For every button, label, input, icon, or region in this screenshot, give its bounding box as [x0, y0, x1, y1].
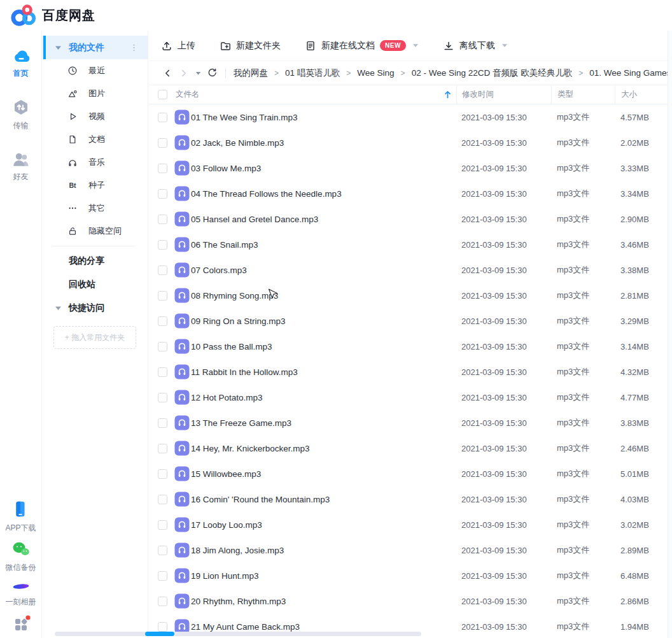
- back-button[interactable]: [159, 68, 176, 78]
- file-name[interactable]: 12 Hot Potato.mp3: [191, 393, 456, 402]
- row-checkbox[interactable]: [158, 164, 167, 173]
- sidebar-item-recycle-bin[interactable]: 回收站: [42, 273, 148, 296]
- column-header-modified[interactable]: 修改时间: [456, 85, 551, 104]
- row-checkbox[interactable]: [158, 495, 167, 504]
- file-name[interactable]: 19 Lion Hunt.mp3: [191, 571, 456, 581]
- sort-ascending-icon[interactable]: [444, 90, 451, 99]
- column-header-size[interactable]: 大小: [615, 85, 672, 104]
- column-header-type[interactable]: 类型: [551, 85, 615, 104]
- file-name[interactable]: 17 Looby Loo.mp3: [191, 520, 456, 530]
- sidebar-item-documents[interactable]: 文档: [42, 128, 148, 151]
- breadcrumb-item[interactable]: Wee Sing: [357, 68, 394, 78]
- horizontal-scrollbar-track[interactable]: [55, 632, 421, 636]
- file-name[interactable]: 03 Follow Me.mp3: [191, 164, 456, 173]
- vertical-scrollbar-track[interactable]: [668, 31, 672, 638]
- table-row[interactable]: 16 Comin' 'Round the Mountain.mp3 2021-0…: [149, 486, 672, 512]
- table-row[interactable]: 03 Follow Me.mp3 2021-03-09 15:30 mp3文件 …: [149, 155, 672, 181]
- more-options-icon[interactable]: ⋮: [130, 43, 139, 52]
- table-row[interactable]: 04 The Thread Follows the Needle.mp3 202…: [149, 181, 672, 206]
- file-name[interactable]: 07 Colors.mp3: [191, 266, 456, 275]
- row-checkbox[interactable]: [158, 316, 167, 326]
- file-name[interactable]: 04 The Thread Follows the Needle.mp3: [191, 189, 456, 199]
- sidebar-item-videos[interactable]: 视频: [42, 105, 148, 128]
- row-checkbox[interactable]: [158, 546, 167, 555]
- table-row[interactable]: 17 Looby Loo.mp3 2021-03-09 15:30 mp3文件 …: [149, 512, 672, 537]
- table-row[interactable]: 12 Hot Potato.mp3 2021-03-09 15:30 mp3文件…: [149, 385, 672, 410]
- forward-button[interactable]: [176, 68, 192, 78]
- column-header-filename[interactable]: 文件名: [176, 89, 200, 100]
- row-checkbox[interactable]: [158, 113, 167, 122]
- table-row[interactable]: 09 Ring On a String.mp3 2021-03-09 15:30…: [149, 308, 672, 334]
- sidebar-item-quick-access[interactable]: 快捷访问: [42, 296, 148, 320]
- row-checkbox[interactable]: [158, 418, 167, 428]
- chevron-down-icon[interactable]: [501, 43, 508, 48]
- rail-item-wechat-backup[interactable]: 微信备份: [6, 540, 36, 573]
- table-row[interactable]: 02 Jack, Be Nimble.mp3 2021-03-09 15:30 …: [149, 130, 672, 155]
- table-row[interactable]: 05 Hansel and Gretel Dance.mp3 2021-03-0…: [149, 206, 672, 232]
- rail-item-more[interactable]: 更多: [11, 614, 31, 638]
- new-folder-button[interactable]: 新建文件夹: [220, 40, 281, 52]
- row-checkbox[interactable]: [158, 266, 167, 275]
- rail-item-home[interactable]: 首页: [10, 46, 32, 79]
- table-row[interactable]: 19 Lion Hunt.mp3 2021-03-09 15:30 mp3文件 …: [149, 563, 672, 588]
- sidebar-item-others[interactable]: 其它: [42, 197, 148, 220]
- history-caret-icon[interactable]: [192, 71, 204, 75]
- row-checkbox[interactable]: [158, 367, 167, 377]
- table-row[interactable]: 15 Willowbee.mp3 2021-03-09 15:30 mp3文件 …: [149, 461, 672, 486]
- sidebar-item-my-share[interactable]: 我的分享: [42, 249, 148, 273]
- row-checkbox[interactable]: [158, 240, 167, 250]
- refresh-button[interactable]: [204, 67, 220, 78]
- table-row[interactable]: 18 Jim Along, Josie.mp3 2021-03-09 15:30…: [149, 537, 672, 563]
- table-row[interactable]: 11 Rabbit In the Hollow.mp3 2021-03-09 1…: [149, 359, 672, 385]
- baidu-netdisk-logo[interactable]: 百度网盘: [10, 3, 95, 28]
- file-name[interactable]: 11 Rabbit In the Hollow.mp3: [191, 367, 456, 377]
- file-name[interactable]: 15 Willowbee.mp3: [191, 469, 456, 479]
- sidebar-item-my-files[interactable]: 我的文件 ⋮: [42, 36, 148, 59]
- caret-down-icon[interactable]: [55, 306, 64, 311]
- row-checkbox[interactable]: [158, 622, 167, 632]
- row-checkbox[interactable]: [158, 444, 167, 453]
- file-name[interactable]: 13 The Freeze Game.mp3: [191, 418, 456, 428]
- sidebar-item-recent[interactable]: 最近: [42, 59, 148, 82]
- row-checkbox[interactable]: [158, 342, 167, 351]
- file-name[interactable]: 18 Jim Along, Josie.mp3: [191, 546, 456, 555]
- file-name[interactable]: 06 The Snail.mp3: [191, 240, 456, 250]
- rail-item-app-download[interactable]: APP下载: [5, 499, 36, 534]
- rail-item-friends[interactable]: 好友: [11, 150, 31, 182]
- file-name[interactable]: 21 My Aunt Came Back.mp3: [191, 622, 456, 632]
- table-row[interactable]: 08 Rhyming Song.mp3 2021-03-09 15:30 mp3…: [149, 283, 672, 308]
- table-row[interactable]: 10 Pass the Ball.mp3 2021-03-09 15:30 mp…: [149, 334, 672, 359]
- row-checkbox[interactable]: [158, 597, 167, 606]
- file-name[interactable]: 16 Comin' 'Round the Mountain.mp3: [191, 495, 456, 504]
- caret-down-icon[interactable]: [55, 45, 64, 50]
- row-checkbox[interactable]: [158, 189, 167, 199]
- row-checkbox[interactable]: [158, 291, 167, 301]
- rail-item-photo-album[interactable]: 一刻相册: [6, 579, 36, 607]
- upload-button[interactable]: 上传: [161, 40, 195, 52]
- file-name[interactable]: 20 Rhythm, Rhythm.mp3: [191, 597, 456, 606]
- offline-download-button[interactable]: 离线下载: [443, 40, 508, 52]
- table-row[interactable]: 13 The Freeze Game.mp3 2021-03-09 15:30 …: [149, 410, 672, 436]
- breadcrumb-item[interactable]: 02 - Wee Sing 22CD 音频版 欧美经典儿歌: [412, 67, 573, 79]
- sidebar-item-music[interactable]: 音乐: [42, 151, 148, 174]
- row-checkbox[interactable]: [158, 215, 167, 224]
- new-online-doc-button[interactable]: 新建在线文档 NEW: [305, 40, 419, 52]
- row-checkbox[interactable]: [158, 571, 167, 581]
- select-all-checkbox[interactable]: [158, 90, 167, 99]
- file-name[interactable]: 10 Pass the Ball.mp3: [191, 342, 456, 351]
- drop-zone-favorite-folders[interactable]: + 拖入常用文件夹: [53, 326, 136, 349]
- row-checkbox[interactable]: [158, 393, 167, 402]
- sidebar-item-images[interactable]: 图片: [42, 82, 148, 105]
- chevron-down-icon[interactable]: [412, 43, 419, 48]
- row-checkbox[interactable]: [158, 138, 167, 148]
- table-row[interactable]: 14 Hey, Mr. Knickerbocker.mp3 2021-03-09…: [149, 436, 672, 461]
- sidebar-item-torrents[interactable]: Bt 种子: [42, 174, 148, 197]
- sidebar-item-hidden-space[interactable]: 隐藏空间: [42, 220, 148, 243]
- file-name[interactable]: 02 Jack, Be Nimble.mp3: [191, 138, 456, 148]
- breadcrumb-item[interactable]: 01 唱英语儿歌: [285, 67, 340, 79]
- table-row[interactable]: 07 Colors.mp3 2021-03-09 15:30 mp3文件 3.3…: [149, 257, 672, 283]
- table-row[interactable]: 06 The Snail.mp3 2021-03-09 15:30 mp3文件 …: [149, 232, 672, 257]
- breadcrumb-item[interactable]: 我的网盘: [234, 67, 268, 79]
- file-name[interactable]: 01 The Wee Sing Train.mp3: [191, 113, 456, 122]
- file-name[interactable]: 05 Hansel and Gretel Dance.mp3: [191, 215, 456, 224]
